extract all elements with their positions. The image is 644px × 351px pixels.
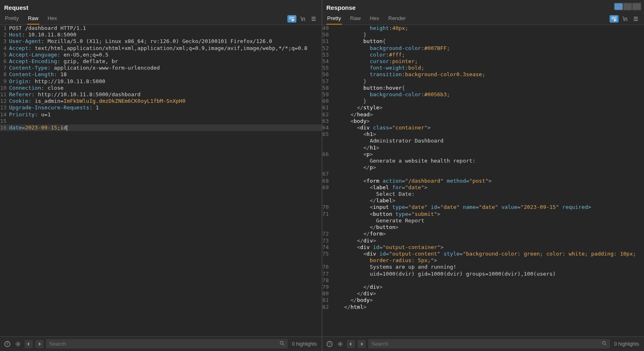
line-content[interactable]: uid=1000(dvir) gid=1000(dvir) groups=100… <box>330 271 556 277</box>
code-line[interactable]: 73 </div> <box>322 238 644 244</box>
line-content[interactable]: background-color:#007BFF; <box>330 45 450 52</box>
line-content[interactable]: Accept-Encoding: gzip, deflate, br <box>8 58 118 65</box>
code-line[interactable]: 77 uid=1000(dvir) gid=1000(dvir) groups=… <box>322 271 644 277</box>
tab-raw[interactable]: Raw <box>349 13 362 25</box>
code-line[interactable]: 1POST /dashboard HTTP/1.1 <box>0 25 322 32</box>
response-code[interactable]: 49 height:40px;50 }51 button{52 backgrou… <box>322 25 644 336</box>
code-line[interactable]: 78 <box>322 277 644 284</box>
line-content[interactable]: <input type="date" id="date" name="date"… <box>330 204 591 211</box>
line-content[interactable]: Content-Length: 18 <box>8 71 67 78</box>
code-line[interactable]: 69 <label for="date"> Select Date: </lab… <box>322 184 644 204</box>
code-line[interactable]: 13Upgrade-Insecure-Requests: 1 <box>0 104 322 111</box>
next-icon[interactable] <box>35 340 43 348</box>
line-content[interactable]: Content-Type: application/x-www-form-url… <box>8 65 160 71</box>
code-line[interactable]: 2Host: 10.10.11.8:5000 <box>0 32 322 38</box>
prev-icon[interactable] <box>25 340 33 348</box>
line-content[interactable]: Upgrade-Insecure-Requests: 1 <box>8 104 99 111</box>
line-content[interactable]: } <box>330 98 366 104</box>
code-line[interactable]: 52 background-color:#007BFF; <box>322 45 644 52</box>
code-line[interactable]: 54 cursor:pointer; <box>322 58 644 65</box>
code-line[interactable]: 50 } <box>322 32 644 38</box>
code-line[interactable]: 79 </div> <box>322 284 644 290</box>
line-content[interactable]: <body> <box>330 118 370 125</box>
response-search[interactable] <box>368 339 610 349</box>
code-line[interactable]: 59 background-color:#0056b3; <box>322 91 644 98</box>
search-icon[interactable] <box>280 341 284 347</box>
tab-pretty[interactable]: Pretty <box>4 13 20 25</box>
code-line[interactable]: 15 <box>0 118 322 125</box>
prev-icon[interactable] <box>347 340 355 348</box>
code-line[interactable]: 82 </html> <box>322 304 644 310</box>
line-content[interactable]: cursor:pointer; <box>330 58 418 65</box>
line-content[interactable]: <div id="output-container"> <box>330 244 444 251</box>
code-line[interactable]: 3User-Agent: Mozilla/5.0 (X11; Linux x86… <box>0 38 322 45</box>
line-content[interactable]: POST /dashboard HTTP/1.1 <box>8 25 86 32</box>
layout-tabs-icon[interactable] <box>633 3 641 10</box>
line-content[interactable]: </style> <box>330 104 382 111</box>
code-line[interactable]: 61 </style> <box>322 104 644 111</box>
help-icon[interactable]: ? <box>3 340 11 348</box>
search-input[interactable] <box>371 341 602 347</box>
line-content[interactable]: <div id="output-content" style="backgrou… <box>330 251 639 264</box>
line-content[interactable] <box>8 118 12 125</box>
code-line[interactable]: 4Accept: text/html,application/xhtml+xml… <box>0 45 322 52</box>
menu-icon[interactable] <box>309 15 318 23</box>
code-line[interactable]: 53 color:#fff; <box>322 52 644 58</box>
line-content[interactable]: Accept: text/html,application/xhtml+xml,… <box>8 45 307 52</box>
code-line[interactable]: 76 Systems are up and running! <box>322 264 644 270</box>
newline-icon[interactable]: \n <box>299 15 307 23</box>
code-line[interactable]: 56 transition:background-color0.3sease; <box>322 71 644 78</box>
line-content[interactable]: transition:background-color0.3sease; <box>330 71 485 78</box>
code-line[interactable]: 72 </form> <box>322 231 644 237</box>
code-line[interactable]: 80 </div> <box>322 290 644 297</box>
line-content[interactable]: </head> <box>330 111 373 118</box>
code-line[interactable]: 75 <div id="output-content" style="backg… <box>322 251 644 264</box>
request-code[interactable]: 1POST /dashboard HTTP/1.12Host: 10.10.11… <box>0 25 322 336</box>
line-content[interactable]: Priority: u=1 <box>8 111 51 118</box>
code-line[interactable]: 8Content-Length: 18 <box>0 71 322 78</box>
newline-icon[interactable]: \n <box>621 15 629 23</box>
line-content[interactable]: </div> <box>330 290 376 297</box>
code-line[interactable]: 67 <box>322 171 644 177</box>
tab-render[interactable]: Render <box>387 13 407 25</box>
line-content[interactable]: date=2023-09-15;id <box>8 125 67 131</box>
code-line[interactable]: 55 font-weight:bold; <box>322 65 644 71</box>
line-content[interactable]: <h1> Administrator Dashboard </h1> <box>330 131 444 151</box>
layout-rows-icon[interactable] <box>624 3 632 10</box>
line-content[interactable]: </div> <box>330 238 376 244</box>
code-line[interactable]: 57 } <box>322 78 644 85</box>
line-content[interactable]: <label for="date"> Select Date: </label> <box>330 184 428 204</box>
code-line[interactable]: 49 height:40px; <box>322 25 644 32</box>
tab-hex[interactable]: Hex <box>369 13 380 25</box>
code-line[interactable]: 58 button:hover{ <box>322 85 644 91</box>
line-content[interactable] <box>330 277 335 284</box>
line-content[interactable]: </div> <box>330 284 382 290</box>
code-line[interactable]: 11Referer: http://10.10.11.8:5000/dashbo… <box>0 91 322 98</box>
code-line[interactable]: 63 <body> <box>322 118 644 125</box>
wrap-icon[interactable] <box>287 15 296 23</box>
line-content[interactable]: button{ <box>330 38 386 45</box>
line-content[interactable]: background-color:#0056b3; <box>330 91 450 98</box>
code-line[interactable]: 68 <form action="/dashboard" method="pos… <box>322 178 644 184</box>
code-line[interactable]: 71 <button type="submit"> Generate Repor… <box>322 211 644 231</box>
line-content[interactable]: Host: 10.10.11.8:5000 <box>8 32 76 38</box>
line-content[interactable]: } <box>330 78 366 85</box>
line-content[interactable]: height:40px; <box>330 25 408 32</box>
code-line[interactable]: 74 <div id="output-container"> <box>322 244 644 251</box>
line-content[interactable]: font-weight:bold; <box>330 65 424 71</box>
code-line[interactable]: 12Cookie: is_admin=ImFkbWluIg.dmzDkZNEm6… <box>0 98 322 104</box>
line-content[interactable]: </form> <box>330 231 386 237</box>
code-line[interactable]: 7Content-Type: application/x-www-form-ur… <box>0 65 322 71</box>
line-content[interactable]: </body> <box>330 297 373 303</box>
line-content[interactable]: <form action="/dashboard" method="post"> <box>330 178 492 184</box>
tab-pretty[interactable]: Pretty <box>326 13 342 25</box>
code-line[interactable]: 9Origin: http://10.10.11.8:5000 <box>0 78 322 85</box>
code-line[interactable]: 64 <div class="container"> <box>322 125 644 131</box>
gear-icon[interactable] <box>14 340 22 348</box>
code-line[interactable]: 65 <h1> Administrator Dashboard </h1> <box>322 131 644 151</box>
code-line[interactable]: 62 </head> <box>322 111 644 118</box>
line-content[interactable]: } <box>330 32 366 38</box>
gear-icon[interactable] <box>336 340 344 348</box>
code-line[interactable]: 66 <p> Generate a website health report:… <box>322 151 644 171</box>
wrap-icon[interactable] <box>610 15 619 23</box>
